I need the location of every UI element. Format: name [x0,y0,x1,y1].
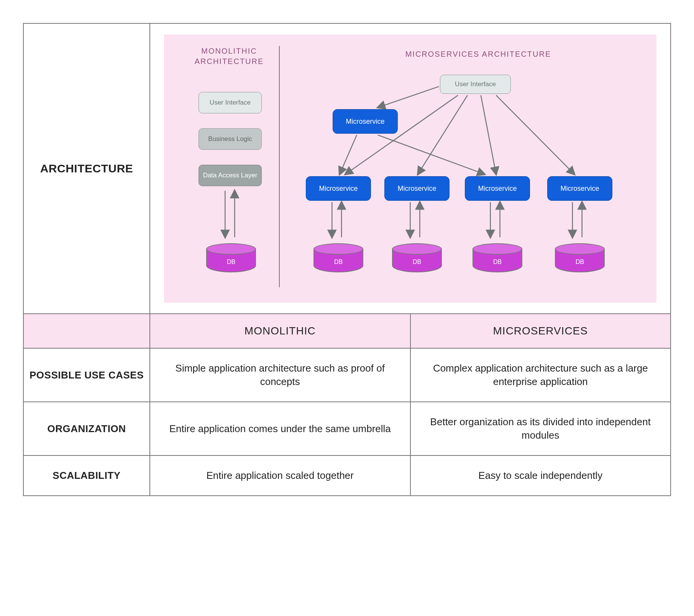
cell-microservices: Easy to scale independently [411,456,671,495]
svg-line-6 [496,95,574,174]
db-monolithic: DB [206,243,256,278]
row-label-architecture: ARCHITECTURE [24,24,150,313]
row-label: POSSIBLE USE CASES [24,349,150,401]
architecture-diagram-panel: MONOLITHIC ARCHITECTURE User Interface B… [164,34,656,303]
microservice-box-2: Microservice [384,176,450,201]
table-header-monolithic: MONOLITHIC [150,314,411,348]
cell-microservices: Better organization as its divided into … [411,402,671,455]
row-label: SCALABILITY [24,456,150,495]
monolithic-data-access-box: Data Access Layer [199,165,262,186]
cell-monolithic: Simple application architecture such as … [150,349,411,401]
svg-line-3 [345,95,458,174]
svg-line-8 [378,135,485,174]
microservice-box-4: Microservice [547,176,612,201]
db-label: DB [473,259,522,265]
svg-line-5 [481,95,496,174]
microservices-title: MICROSERVICES ARCHITECTURE [363,50,593,59]
table-row: POSSIBLE USE CASES Simple application ar… [24,349,670,402]
monolithic-business-logic-box: Business Logic [199,128,262,150]
microservice-box-3: Microservice [465,176,530,201]
microservices-ui-box: User Interface [440,75,511,94]
table-row: SCALABILITY Entire application scaled to… [24,456,670,495]
db-label: DB [206,259,256,265]
table-header-row: MONOLITHIC MICROSERVICES [24,314,670,349]
microservice-box-top: Microservice [333,109,398,134]
table-header-microservices: MICROSERVICES [411,314,671,348]
svg-line-2 [378,87,439,108]
db-microservice-2: DB [392,243,442,278]
db-microservice-3: DB [473,243,522,278]
svg-line-7 [340,135,357,174]
architecture-row: ARCHITECTURE MONOLITHIC ARCHITECTURE Use… [24,24,670,314]
architecture-diagram-cell: MONOLITHIC ARCHITECTURE User Interface B… [150,24,670,313]
db-microservice-1: DB [313,243,363,278]
cell-microservices: Complex application architecture such as… [411,349,671,401]
monolithic-ui-box: User Interface [199,92,262,113]
microservice-box-1: Microservice [306,176,371,201]
row-label: ORGANIZATION [24,402,150,455]
db-label: DB [313,259,363,265]
svg-line-4 [418,95,467,174]
cell-monolithic: Entire application comes under the same … [150,402,411,455]
table-row: ORGANIZATION Entire application comes un… [24,402,670,456]
db-label: DB [555,259,605,265]
db-microservice-4: DB [555,243,605,278]
table-header-empty [24,314,150,348]
monolithic-title: MONOLITHIC ARCHITECTURE [187,46,271,67]
cell-monolithic: Entire application scaled together [150,456,411,495]
panel-divider [279,46,280,287]
db-label: DB [392,259,442,265]
comparison-figure: ARCHITECTURE MONOLITHIC ARCHITECTURE Use… [23,23,671,496]
